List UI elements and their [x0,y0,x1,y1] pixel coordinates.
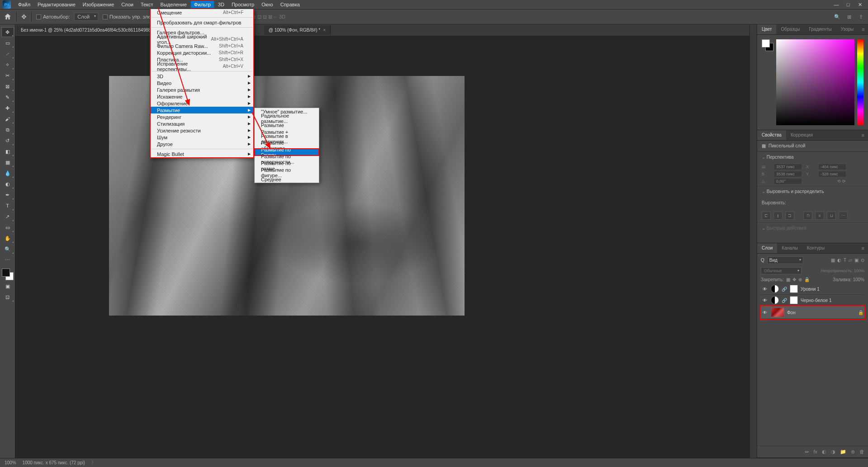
menu-select[interactable]: Выделение [157,0,190,9]
height-field[interactable]: 3538 пикс [774,171,802,177]
fx-icon[interactable]: fx [813,449,817,455]
zoom-level[interactable]: 100% [5,460,16,465]
type-tool[interactable]: T [1,201,14,211]
align-vcenter[interactable]: ≡ [815,212,824,220]
filter-blur[interactable]: Размытие▶ [151,107,253,113]
lock-position-icon[interactable]: ✥ [792,277,796,282]
menu-image[interactable]: Изображение [79,0,118,9]
lock-pixels-icon[interactable]: ▦ [786,277,790,282]
blur-shape[interactable]: Размытие по фигуре... [255,169,319,176]
filter-render[interactable]: Рендеринг▶ [151,113,253,120]
props-collapsed-section[interactable]: Быстрые действия [757,222,868,233]
visibility-icon[interactable]: 👁 [762,287,768,292]
new-layer-icon[interactable]: ⊕ [851,449,855,455]
status-arrow-icon[interactable]: 〉 [91,460,96,466]
filter-noise[interactable]: Шум▶ [151,134,253,141]
menu-3d[interactable]: 3D [214,0,228,9]
path-tool[interactable]: ↗ [1,212,14,222]
minimize-button[interactable]: ― [834,2,839,8]
document-info[interactable]: 1000 пикс. x 675 пикс. (72 ppi) [23,460,85,465]
frame-tool[interactable]: ⊠ [1,81,14,91]
mask-icon[interactable]: ◐ [822,449,826,455]
crop-tool[interactable]: ✂ [1,71,14,80]
lock-icon[interactable]: 🔒 [858,310,863,315]
filter-wideangle[interactable]: Адаптивный широкий угол...Alt+Shift+Ctrl… [151,36,253,42]
menu-filter[interactable]: Фильтр [190,0,214,9]
hand-tool[interactable]: ✋ [1,233,14,243]
lock-all-icon[interactable]: 🔒 [804,277,810,282]
tab-channels[interactable]: Каналы [777,243,802,253]
filter-stylize[interactable]: Стилизация▶ [151,120,253,127]
fill-field[interactable]: 100% [853,277,864,282]
mask-thumb[interactable] [790,285,798,293]
color-picker-field[interactable] [776,39,854,125]
collapsed-panels-strip[interactable] [749,24,757,458]
filter-pixelate[interactable]: Оформление▶ [151,100,253,107]
share-icon[interactable]: ⇪ [857,13,864,20]
close-tab-icon[interactable]: × [323,28,326,33]
layer-name[interactable]: Фон [787,310,796,315]
x-field[interactable]: -404 пикс [819,164,846,170]
panel-menu-icon[interactable]: ≡ [858,130,868,140]
blur-basic[interactable]: Размытие [255,122,319,128]
eraser-tool[interactable]: ◧ [1,146,14,156]
layer-thumb[interactable] [771,307,784,317]
dodge-tool[interactable]: ◐ [1,179,14,189]
mask-thumb[interactable] [790,296,798,304]
zoom-tool[interactable]: 🔍 [1,244,14,254]
shape-tool[interactable]: ▭ [1,222,14,232]
filter-smart-icon[interactable]: ▣ [854,258,859,263]
tab-swatches[interactable]: Образцы [776,24,804,34]
stamp-tool[interactable]: ⧉ [1,125,14,135]
gradient-tool[interactable]: ▦ [1,157,14,167]
filter-distort[interactable]: Искажение▶ [151,93,253,100]
opacity-field[interactable]: 100% [854,269,864,273]
close-button[interactable]: ✕ [857,2,863,8]
align-left[interactable]: ⊏ [762,212,771,220]
tab-adjustments[interactable]: Коррекция [786,130,817,140]
align-bottom[interactable]: ⊔ [827,212,836,220]
filter-camera-raw[interactable]: Фильтр Camera Raw...Shift+Ctrl+A [151,42,253,49]
width-field[interactable]: 3537 пикс [774,164,802,170]
tab-patterns[interactable]: Узоры [836,24,859,34]
lock-artboard-icon[interactable]: ⊕ [798,277,802,282]
history-brush-tool[interactable]: ↺ [1,136,14,146]
color-swatch[interactable] [2,269,14,280]
quickmask-tool[interactable]: ▣ [1,281,14,291]
canvas-workspace[interactable] [15,36,749,458]
blur-radial[interactable]: Радиальное размытие... [255,115,319,122]
panel-menu-icon[interactable]: ≡ [858,243,868,253]
filter-last[interactable]: СмещениеAlt+Ctrl+F [151,9,253,16]
maximize-button[interactable]: □ [845,2,851,8]
eyedropper-tool[interactable]: ✎ [1,92,14,102]
tab-gradients[interactable]: Градиенты [804,24,836,34]
filter-shape-icon[interactable]: ▱ [849,258,852,263]
screenmode-tool[interactable]: ⊡ [1,292,14,302]
fg-bg-swatch[interactable] [762,39,773,51]
tab-properties[interactable]: Свойства [757,130,786,140]
filter-video[interactable]: Видео▶ [151,80,253,86]
tab-color[interactable]: Цвет [757,24,776,34]
delete-layer-icon[interactable]: 🗑 [859,449,864,455]
filter-pixel-icon[interactable]: ▦ [831,258,835,263]
magic-wand-tool[interactable]: ✧ [1,60,14,70]
filter-smart[interactable]: Преобразовать для смарт-фильтров [151,19,253,26]
hue-slider[interactable] [857,39,863,125]
filter-type-icon[interactable]: T [844,258,846,263]
menu-window[interactable]: Окно [258,0,277,9]
menu-edit[interactable]: Редактирование [34,0,79,9]
link-icon[interactable]: 🔗 [782,287,787,292]
layer-row[interactable]: 👁 🔗 Уровни 1 [761,283,864,295]
link-icon[interactable]: 🔗 [782,298,787,303]
healing-tool[interactable]: ✚ [1,103,14,113]
edit-toolbar[interactable]: ⋯ [1,255,14,265]
menu-file[interactable]: Файл [14,0,34,9]
menu-view[interactable]: Просмотр [228,0,258,9]
layer-row[interactable]: 👁 🔗 Черно-белое 1 [761,295,864,306]
home-icon[interactable] [4,13,12,21]
filter-lens-correction[interactable]: Коррекция дисторсии...Shift+Ctrl+R [151,49,253,56]
align-hcenter[interactable]: ⫿ [773,212,783,220]
workspace-icon[interactable]: ⊞ [845,13,853,20]
autoselect-checkbox[interactable]: Автовыбор: [36,14,70,20]
brush-tool[interactable]: 🖌 [1,114,14,124]
